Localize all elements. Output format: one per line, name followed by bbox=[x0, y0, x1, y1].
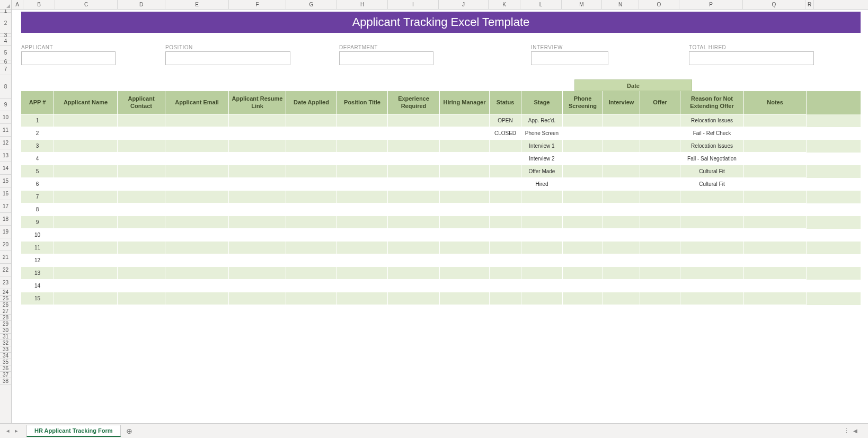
cell[interactable] bbox=[388, 203, 440, 216]
row-header-10[interactable]: 10 bbox=[0, 111, 11, 124]
cell[interactable]: 8 bbox=[21, 203, 54, 216]
row-header-25[interactable]: 25 bbox=[0, 296, 11, 302]
cell[interactable] bbox=[521, 191, 563, 203]
cell[interactable] bbox=[165, 229, 229, 242]
table-row[interactable]: 3Interview 1Relocation Issues bbox=[21, 140, 861, 153]
col-header-interview[interactable]: Interview bbox=[603, 91, 640, 114]
cell[interactable] bbox=[521, 254, 563, 267]
cell[interactable] bbox=[286, 267, 337, 280]
row-header-5[interactable]: 5 bbox=[0, 46, 11, 60]
cell[interactable] bbox=[337, 140, 388, 153]
cell[interactable] bbox=[563, 229, 603, 242]
cell[interactable] bbox=[490, 254, 521, 267]
cell[interactable]: 5 bbox=[21, 165, 54, 178]
cell[interactable] bbox=[388, 267, 440, 280]
sheet-grid[interactable]: Applicant Tracking Excel Template APPLIC… bbox=[12, 10, 868, 423]
cell[interactable] bbox=[603, 267, 640, 280]
cell[interactable] bbox=[521, 292, 563, 305]
cell[interactable] bbox=[229, 242, 286, 254]
cell[interactable] bbox=[440, 191, 490, 203]
cell[interactable] bbox=[563, 280, 603, 292]
col-header-experience-required[interactable]: Experience Required bbox=[388, 91, 440, 114]
cell[interactable] bbox=[388, 242, 440, 254]
col-header-position-title[interactable]: Position Title bbox=[337, 91, 388, 114]
cell[interactable] bbox=[490, 280, 521, 292]
cell[interactable] bbox=[229, 127, 286, 140]
cell[interactable] bbox=[229, 178, 286, 191]
cell[interactable] bbox=[337, 153, 388, 165]
column-header-N[interactable]: N bbox=[602, 0, 639, 9]
cell[interactable] bbox=[744, 114, 807, 127]
select-all-corner[interactable] bbox=[0, 0, 12, 10]
cell[interactable] bbox=[54, 127, 118, 140]
table-row[interactable]: 8 bbox=[21, 203, 861, 216]
col-header-applicant-name[interactable]: Applicant Name bbox=[54, 91, 118, 114]
cell[interactable] bbox=[640, 254, 680, 267]
cell[interactable] bbox=[490, 165, 521, 178]
cell[interactable] bbox=[640, 127, 680, 140]
cell[interactable] bbox=[388, 178, 440, 191]
cell[interactable] bbox=[118, 280, 165, 292]
cell[interactable]: 1 bbox=[21, 114, 54, 127]
column-header-M[interactable]: M bbox=[562, 0, 602, 9]
cell[interactable] bbox=[521, 203, 563, 216]
cell[interactable] bbox=[680, 254, 744, 267]
cell[interactable]: Interview 2 bbox=[521, 153, 563, 165]
row-header-34[interactable]: 34 bbox=[0, 353, 11, 359]
row-header-13[interactable]: 13 bbox=[0, 149, 11, 162]
cell[interactable] bbox=[54, 242, 118, 254]
cell[interactable] bbox=[54, 203, 118, 216]
cell[interactable] bbox=[680, 191, 744, 203]
row-header-9[interactable]: 9 bbox=[0, 99, 11, 111]
row-header-36[interactable]: 36 bbox=[0, 365, 11, 372]
cell[interactable] bbox=[680, 242, 744, 254]
table-row[interactable]: 5Offer MadeCultural Fit bbox=[21, 165, 861, 178]
row-header-8[interactable]: 8 bbox=[0, 75, 11, 99]
cell[interactable] bbox=[54, 114, 118, 127]
cell[interactable] bbox=[440, 140, 490, 153]
col-header-applicant-email[interactable]: Applicant Email bbox=[165, 91, 229, 114]
cell[interactable] bbox=[440, 178, 490, 191]
cell[interactable] bbox=[118, 140, 165, 153]
cell[interactable] bbox=[563, 242, 603, 254]
cell[interactable] bbox=[165, 203, 229, 216]
cell[interactable] bbox=[337, 203, 388, 216]
cell[interactable] bbox=[54, 216, 118, 229]
cell[interactable] bbox=[229, 254, 286, 267]
cell[interactable] bbox=[118, 216, 165, 229]
cell[interactable]: 11 bbox=[21, 242, 54, 254]
cell[interactable] bbox=[337, 254, 388, 267]
cell[interactable] bbox=[229, 267, 286, 280]
cell[interactable] bbox=[118, 203, 165, 216]
cell[interactable] bbox=[744, 242, 807, 254]
cell[interactable] bbox=[490, 203, 521, 216]
cell[interactable] bbox=[165, 191, 229, 203]
cell[interactable] bbox=[603, 292, 640, 305]
cell[interactable] bbox=[744, 216, 807, 229]
cell[interactable] bbox=[680, 229, 744, 242]
row-header-7[interactable]: 7 bbox=[0, 64, 11, 75]
cell[interactable] bbox=[440, 165, 490, 178]
cell[interactable] bbox=[640, 153, 680, 165]
row-header-33[interactable]: 33 bbox=[0, 346, 11, 353]
cell[interactable]: 10 bbox=[21, 229, 54, 242]
cell[interactable] bbox=[563, 203, 603, 216]
col-header-applicant-resume-link[interactable]: Applicant Resume Link bbox=[229, 91, 286, 114]
tab-next-icon[interactable]: ▸ bbox=[13, 427, 20, 435]
cell[interactable] bbox=[54, 254, 118, 267]
row-header-20[interactable]: 20 bbox=[0, 238, 11, 251]
cell[interactable] bbox=[54, 229, 118, 242]
column-header-J[interactable]: J bbox=[439, 0, 489, 9]
cell[interactable] bbox=[229, 153, 286, 165]
row-header-37[interactable]: 37 bbox=[0, 372, 11, 378]
column-header-G[interactable]: G bbox=[286, 0, 337, 9]
cell[interactable] bbox=[337, 229, 388, 242]
cell[interactable] bbox=[337, 114, 388, 127]
row-header-32[interactable]: 32 bbox=[0, 340, 11, 346]
cell[interactable] bbox=[118, 127, 165, 140]
cell[interactable] bbox=[563, 178, 603, 191]
col-header-phone-screening[interactable]: Phone Screening bbox=[563, 91, 603, 114]
cell[interactable] bbox=[286, 153, 337, 165]
cell[interactable] bbox=[744, 153, 807, 165]
column-header-O[interactable]: O bbox=[639, 0, 679, 9]
